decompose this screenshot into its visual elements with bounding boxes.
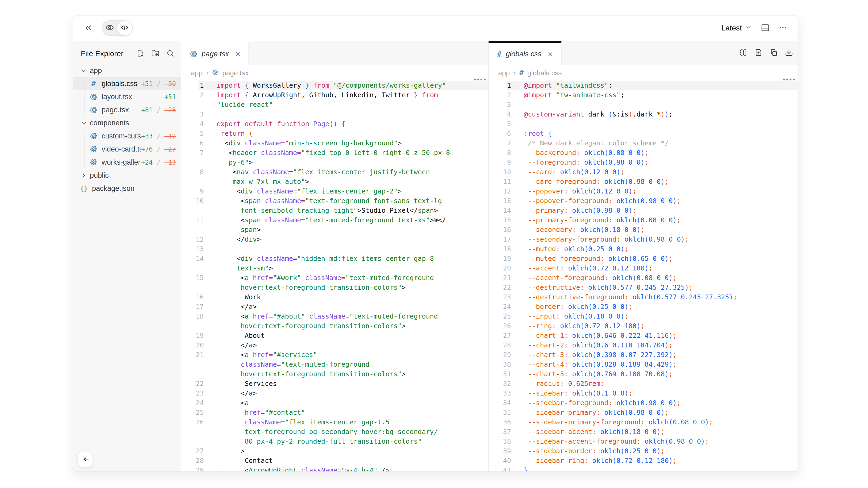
indent-guide bbox=[524, 263, 528, 273]
indent-guide bbox=[225, 437, 229, 446]
code-line: 3 bbox=[489, 100, 798, 109]
copy-button[interactable] bbox=[770, 48, 778, 58]
indent-guide bbox=[217, 465, 221, 471]
tree-item-custom-curs-[interactable]: custom-curs...+33 / -12 bbox=[73, 130, 181, 143]
tree-item-components[interactable]: components bbox=[73, 117, 181, 130]
indent-guide bbox=[221, 292, 225, 302]
line-number: 1 bbox=[489, 81, 511, 90]
line-number: 27 bbox=[181, 446, 204, 456]
close-icon[interactable]: × bbox=[548, 50, 553, 58]
tree-item-package-json[interactable]: {}package.json bbox=[73, 182, 181, 195]
indent-guide bbox=[225, 273, 229, 283]
tree-item-label: page.tsx bbox=[102, 106, 129, 114]
indent-guide bbox=[217, 360, 221, 369]
hash-icon: # bbox=[497, 50, 501, 58]
line-number: 26 bbox=[181, 418, 204, 427]
tree-item-video-card-tsx[interactable]: video-card.tsx+76 / -27 bbox=[73, 143, 181, 156]
indent-guide bbox=[221, 235, 225, 244]
indent-guide bbox=[217, 254, 221, 263]
indent-guide bbox=[221, 244, 225, 254]
indent-guide bbox=[237, 273, 241, 283]
download-button[interactable] bbox=[785, 48, 793, 58]
diff-badge: +33 / -12 bbox=[141, 133, 176, 140]
new-file-button[interactable] bbox=[136, 49, 145, 58]
tab-page-tsx[interactable]: page.tsx × bbox=[181, 41, 249, 65]
indent-guide bbox=[229, 263, 232, 273]
new-folder-button[interactable] bbox=[151, 49, 159, 58]
code-line: 18<a href="#about" className="text-muted… bbox=[181, 312, 488, 321]
code-editor-page-tsx[interactable]: 1import { WorksGallery } from "@/compone… bbox=[181, 81, 488, 471]
indent-guide bbox=[241, 456, 245, 465]
indent-guide bbox=[237, 389, 241, 398]
indent-guide bbox=[524, 235, 528, 244]
indent-guide bbox=[225, 465, 229, 471]
tab-globals-css[interactable]: # globals.css × bbox=[489, 41, 562, 65]
indent-guide bbox=[232, 465, 237, 471]
indent-guide bbox=[221, 398, 225, 408]
tabbar-right: # globals.css × bbox=[489, 41, 798, 65]
search-files-button[interactable] bbox=[166, 49, 174, 58]
tree-item-globals-css[interactable]: #globals.css+51 / -50 bbox=[73, 77, 181, 90]
indent-guide bbox=[524, 138, 528, 148]
indent-guide bbox=[217, 138, 221, 148]
line-number bbox=[181, 369, 204, 379]
indent-guide bbox=[524, 273, 528, 283]
indent-guide bbox=[217, 225, 221, 235]
code-line: 32--radius: 0.625rem; bbox=[489, 379, 798, 389]
line-number: 33 bbox=[489, 389, 511, 398]
code-line: 28Contact bbox=[181, 456, 488, 465]
indent-guide bbox=[237, 225, 241, 235]
indent-guide bbox=[217, 427, 221, 437]
file-diff-button[interactable] bbox=[754, 48, 763, 58]
indent-guide bbox=[524, 408, 528, 418]
more-options-button[interactable] bbox=[776, 21, 790, 35]
line-number: 35 bbox=[489, 408, 511, 418]
tree-item-app[interactable]: app bbox=[73, 64, 181, 77]
indent-guide bbox=[217, 177, 221, 187]
line-number: 16 bbox=[181, 292, 204, 302]
code-toggle-button[interactable] bbox=[117, 20, 133, 36]
indent-guide bbox=[524, 321, 528, 331]
code-line: 16Work bbox=[181, 292, 488, 302]
indent-guide bbox=[232, 254, 237, 263]
indent-guide bbox=[232, 379, 237, 389]
close-icon[interactable]: × bbox=[235, 50, 240, 58]
tree-item-public[interactable]: public bbox=[73, 169, 181, 182]
code-line: 5return ( bbox=[181, 129, 488, 138]
line-number: 13 bbox=[489, 196, 511, 206]
tree-item-works-galler-[interactable]: works-galler...+24 / -13 bbox=[73, 156, 181, 169]
line-number: 30 bbox=[489, 360, 511, 369]
indent-guide bbox=[524, 340, 528, 350]
code-editor-globals-css[interactable]: 1@import "tailwindcss";2@import "tw-anim… bbox=[489, 81, 798, 471]
indent-guide bbox=[229, 369, 232, 379]
tree-item-label: components bbox=[90, 119, 129, 127]
indent-guide bbox=[225, 331, 229, 340]
panel-bottom-button[interactable] bbox=[758, 21, 772, 35]
line-number: 25 bbox=[181, 408, 204, 418]
editor-pane-globals-css: # globals.css × app › # globals.css 1@im… bbox=[489, 41, 798, 471]
indent-guide bbox=[237, 331, 241, 340]
indent-guide bbox=[225, 177, 229, 187]
line-number: 27 bbox=[489, 331, 511, 340]
tree-item-page-tsx[interactable]: page.tsx+81 / -28 bbox=[73, 103, 181, 117]
code-line: 26className="flex items-center gap-1.5 bbox=[181, 418, 488, 427]
panel-right-dashed-button[interactable] bbox=[739, 48, 747, 58]
preview-toggle-button[interactable] bbox=[102, 21, 117, 35]
indent-guide bbox=[232, 456, 237, 465]
code-line: 20--accent: oklch(0.72 0.12 180); bbox=[489, 263, 798, 273]
code-line: 25href="#contact" bbox=[181, 408, 488, 418]
indent-guide bbox=[221, 196, 225, 206]
line-number: 3 bbox=[181, 109, 204, 119]
tree-item-layout-tsx[interactable]: layout.tsx+51 bbox=[73, 90, 181, 103]
code-line: 9--foreground: oklch(0.98 0 0); bbox=[489, 158, 798, 167]
collapse-panel-button[interactable] bbox=[81, 21, 95, 35]
code-line: text-foreground bg-secondary hover:bg-se… bbox=[181, 427, 488, 437]
breadcrumb-file: globals.css bbox=[527, 69, 562, 77]
code-line: 4@custom-variant dark (&:is(.dark *)); bbox=[489, 109, 798, 119]
collapse-sidebar-button[interactable] bbox=[78, 452, 93, 467]
scrollbar-diff-marker bbox=[783, 78, 795, 80]
code-line: 2import { ArrowUpRight, Github, Linkedin… bbox=[181, 90, 488, 100]
indent-guide bbox=[217, 456, 221, 465]
version-selector[interactable]: Latest bbox=[719, 24, 755, 33]
tree-item-label: app bbox=[90, 67, 102, 75]
